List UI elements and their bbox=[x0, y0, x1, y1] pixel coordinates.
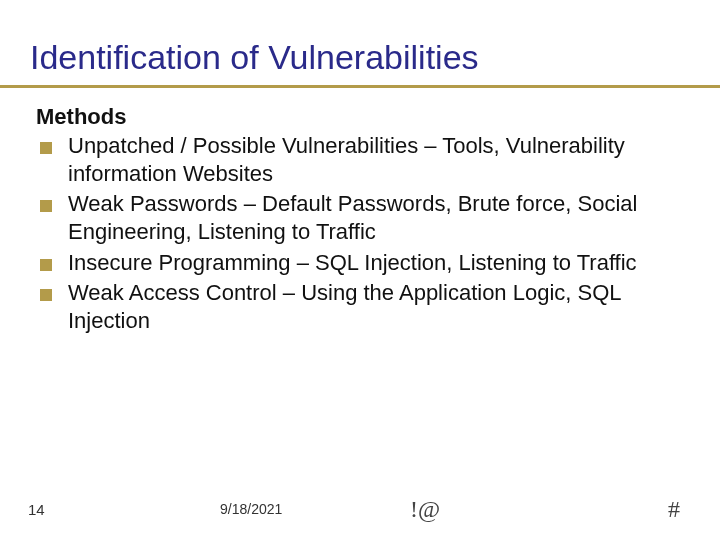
footer-symbol-right: # bbox=[668, 496, 680, 523]
slide-title: Identification of Vulnerabilities bbox=[0, 0, 720, 88]
bullet-text: Weak Access Control – Using the Applicat… bbox=[68, 279, 684, 335]
footer-symbol-left: !@ bbox=[410, 496, 440, 523]
page-number: 14 bbox=[28, 501, 45, 518]
square-bullet-icon bbox=[40, 289, 52, 301]
bullet-text: Weak Passwords – Default Passwords, Brut… bbox=[68, 190, 684, 246]
section-label: Methods bbox=[36, 104, 684, 130]
slide-footer: 14 9/18/2021 !@ # bbox=[0, 492, 720, 526]
bullet-list: Unpatched / Possible Vulnerabilities – T… bbox=[36, 132, 684, 335]
slide-body: Methods Unpatched / Possible Vulnerabili… bbox=[0, 88, 720, 335]
square-bullet-icon bbox=[40, 259, 52, 271]
list-item: Weak Passwords – Default Passwords, Brut… bbox=[36, 190, 684, 246]
slide: Identification of Vulnerabilities Method… bbox=[0, 0, 720, 540]
list-item: Unpatched / Possible Vulnerabilities – T… bbox=[36, 132, 684, 188]
list-item: Insecure Programming – SQL Injection, Li… bbox=[36, 249, 684, 277]
footer-date: 9/18/2021 bbox=[220, 501, 282, 517]
bullet-text: Unpatched / Possible Vulnerabilities – T… bbox=[68, 132, 684, 188]
bullet-text: Insecure Programming – SQL Injection, Li… bbox=[68, 249, 684, 277]
list-item: Weak Access Control – Using the Applicat… bbox=[36, 279, 684, 335]
square-bullet-icon bbox=[40, 142, 52, 154]
square-bullet-icon bbox=[40, 200, 52, 212]
